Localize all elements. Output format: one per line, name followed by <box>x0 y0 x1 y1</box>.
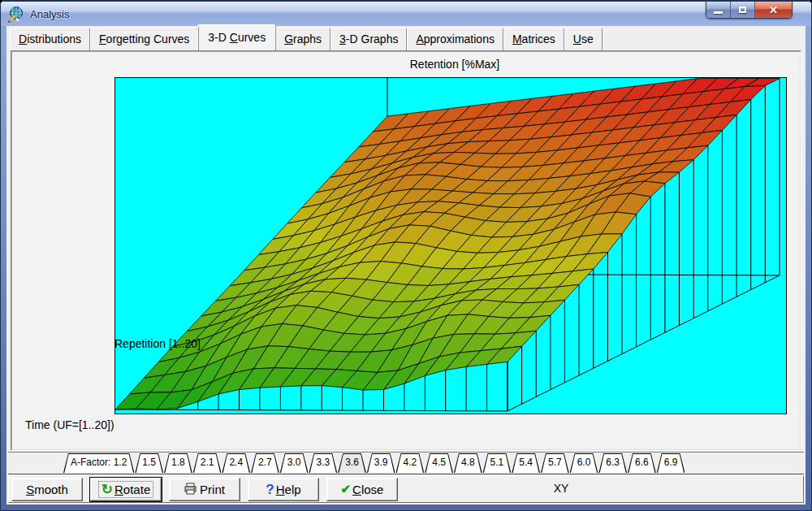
afactor-tab-4.8[interactable]: 4.8 <box>454 453 482 473</box>
button-row: Smooth↻RotatePrint?Help✔Close <box>11 478 398 501</box>
afactor-tab-3.6[interactable]: 3.6 <box>338 453 366 473</box>
client-area: DistributionsForgetting Curves3-D Curves… <box>6 26 806 505</box>
y-axis-label: Repetition [1..20] <box>114 337 781 350</box>
minimize-button[interactable] <box>706 2 731 18</box>
afactor-tab-4.2[interactable]: 4.2 <box>396 453 425 473</box>
afactor-tab-5.1[interactable]: 5.1 <box>483 453 512 473</box>
maximize-button[interactable] <box>731 2 755 18</box>
maximize-icon <box>739 6 746 13</box>
check-icon: ✔ <box>341 483 352 496</box>
afactor-tab-3.3[interactable]: 3.3 <box>309 453 337 473</box>
afactor-tab-3.0[interactable]: 3.0 <box>280 453 309 473</box>
afactor-tab-2.4[interactable]: 2.4 <box>222 453 250 473</box>
tab-3-d-curves[interactable]: 3-D Curves <box>197 24 276 50</box>
print-button[interactable]: Print <box>169 478 240 501</box>
retention-surface-plot <box>114 77 787 414</box>
tab-distributions[interactable]: Distributions <box>10 28 90 50</box>
chart-title: Retention [%Max] <box>119 58 790 71</box>
tab-3-d-graphs[interactable]: 3-D Graphs <box>330 28 407 50</box>
rotate-button[interactable]: ↻Rotate <box>90 478 162 501</box>
status-mode: XY <box>464 482 659 495</box>
afactor-tab-4.5[interactable]: 4.5 <box>425 453 453 473</box>
tab-graphs[interactable]: Graphs <box>275 28 330 50</box>
analysis-window: Analysis ✕ DistributionsForgetting Curve… <box>0 0 812 511</box>
x-axis-label: Time (UF=[1..20]) <box>25 418 114 431</box>
surface-3d-chart <box>115 78 786 414</box>
afactor-tab-1.2[interactable]: A-Factor: 1.2 <box>63 453 134 473</box>
minimize-icon <box>714 11 723 14</box>
smooth-button[interactable]: Smooth <box>11 478 83 501</box>
afactor-tab-1.8[interactable]: 1.8 <box>164 453 192 473</box>
afactor-tab-6.0[interactable]: 6.0 <box>570 453 598 473</box>
afactor-tab-2.7[interactable]: 2.7 <box>251 453 279 473</box>
title-bar[interactable]: Analysis ✕ <box>1 1 811 26</box>
printer-icon <box>184 483 198 495</box>
window-title: Analysis <box>30 8 69 20</box>
close-icon: ✕ <box>769 5 778 15</box>
supermemo-globe-icon <box>7 6 25 24</box>
tab-matrices[interactable]: Matrices <box>503 28 564 50</box>
tab-approximations[interactable]: Approximations <box>407 28 503 50</box>
help-button[interactable]: ?Help <box>248 478 319 501</box>
bottom-toolbar: Smooth↻RotatePrint?Help✔Close XY <box>8 475 804 503</box>
close-button[interactable]: ✔Close <box>326 478 398 501</box>
tab-forgetting-curves[interactable]: Forgetting Curves <box>90 28 198 50</box>
afactor-tab-6.9[interactable]: 6.9 <box>657 453 685 473</box>
question-icon: ? <box>266 483 274 496</box>
close-button[interactable]: ✕ <box>755 2 792 18</box>
afactor-tab-2.1[interactable]: 2.1 <box>193 453 222 473</box>
tab-use[interactable]: Use <box>564 28 603 50</box>
afactor-tab-3.9[interactable]: 3.9 <box>367 453 395 473</box>
afactor-tab-5.4[interactable]: 5.4 <box>512 453 540 473</box>
afactor-tab-6.3[interactable]: 6.3 <box>598 453 627 473</box>
rotate-icon: ↻ <box>102 483 113 496</box>
afactor-tab-1.5[interactable]: 1.5 <box>135 453 163 473</box>
afactor-tab-5.7[interactable]: 5.7 <box>541 453 569 473</box>
afactor-tabs: A-Factor: 1.21.51.82.12.42.73.03.33.63.9… <box>63 453 685 473</box>
afactor-tab-6.6[interactable]: 6.6 <box>628 453 656 473</box>
chart-panel: Retention [%Max] Repetition [1..20] Time… <box>11 50 801 451</box>
window-controls: ✕ <box>706 2 793 19</box>
tab-bar: DistributionsForgetting Curves3-D Curves… <box>8 28 804 50</box>
afactor-tab-strip: A-Factor: 1.21.51.82.12.42.73.03.33.63.9… <box>8 452 804 474</box>
